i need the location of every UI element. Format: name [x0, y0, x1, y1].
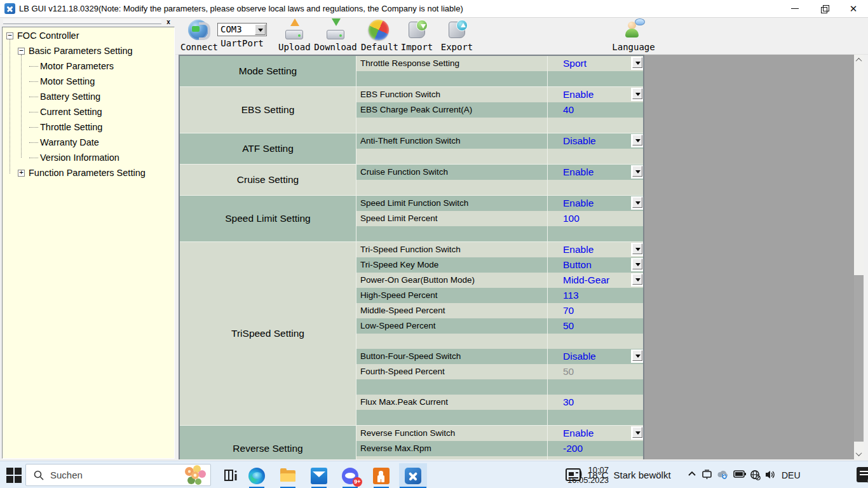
dropdown-button[interactable]	[632, 88, 642, 99]
dropdown-button[interactable]	[632, 57, 642, 68]
dropdown-button[interactable]	[632, 274, 642, 285]
param-value[interactable]: Disable	[548, 133, 643, 149]
connect-button[interactable]: Connect	[180, 19, 216, 52]
param-value	[548, 118, 643, 133]
spacer-row	[356, 334, 643, 349]
tree-connector-stub	[29, 142, 38, 143]
taskbar-app-touch[interactable]	[367, 463, 395, 488]
battery-icon[interactable]	[733, 470, 746, 478]
tree-item-warranty-date[interactable]: Warranty Date	[3, 135, 174, 150]
param-value[interactable]: -200	[548, 441, 643, 456]
tree-item-throttle-setting[interactable]: Throttle Setting	[3, 119, 174, 135]
tree-item-version-information[interactable]: Version Information	[3, 150, 174, 165]
section-ebs-setting: EBS SettingEBS Function SwitchEnableEBS …	[180, 87, 643, 133]
display-sync-icon[interactable]	[702, 470, 712, 480]
sidebar-tree: −FOC Controller−Basic Parameters Setting…	[3, 28, 174, 180]
tree-item-motor-setting[interactable]: Motor Setting	[3, 74, 174, 89]
param-value[interactable]: Enable	[548, 165, 643, 180]
dropdown-button[interactable]	[632, 427, 642, 438]
restore-button[interactable]	[810, 0, 839, 18]
volume-icon[interactable]	[765, 470, 776, 480]
section-reverse-setting: Reverse SettingReverse Function SwitchEn…	[180, 426, 643, 459]
param-value[interactable]: Button	[548, 257, 643, 273]
tree-item-function-parameters-setting[interactable]: +Function Parameters Setting	[3, 165, 174, 180]
download-button[interactable]: Download	[314, 19, 357, 52]
com-port-dropdown-button[interactable]	[255, 24, 266, 35]
export-button[interactable]: Export	[440, 19, 473, 52]
scroll-up-button[interactable]	[854, 55, 864, 65]
tree-item-battery-setting[interactable]: Battery Setting	[3, 89, 174, 104]
keyboard-language[interactable]: DEU	[782, 461, 801, 488]
window-controls: ✕	[780, 0, 868, 18]
param-value[interactable]: Enable	[548, 426, 643, 441]
upload-icon	[284, 20, 304, 40]
expand-icon[interactable]: +	[18, 170, 25, 177]
param-value	[548, 180, 643, 195]
import-button[interactable]: Import	[400, 19, 433, 52]
tree-item-basic-parameters-setting[interactable]: −Basic Parameters Setting	[3, 43, 174, 58]
notification-center-button[interactable]: 1	[857, 467, 868, 482]
news-widget-icon	[566, 468, 582, 482]
dropdown-button[interactable]	[632, 259, 642, 269]
upload-button[interactable]: Upload	[278, 19, 310, 52]
tray-expand-chevron[interactable]	[688, 470, 696, 478]
network-globe-icon[interactable]	[750, 470, 761, 480]
param-value[interactable]: Enable	[548, 196, 643, 211]
onedrive-sync-icon[interactable]	[717, 470, 729, 480]
taskbar-app-lbgui-active[interactable]	[399, 463, 427, 488]
tree-connector-stub	[29, 66, 38, 67]
dropdown-button[interactable]	[632, 350, 642, 361]
section-label: ATF Setting	[180, 133, 356, 164]
taskbar-app-edge[interactable]	[243, 463, 271, 488]
param-value[interactable]: Sport	[548, 56, 643, 71]
param-value[interactable]: Midd-Gear	[548, 273, 643, 288]
param-value[interactable]: 100	[548, 211, 643, 226]
tree-item-motor-parameters[interactable]: Motor Parameters	[3, 58, 174, 74]
close-button[interactable]: ✕	[839, 0, 868, 18]
tree-item-current-setting[interactable]: Current Setting	[3, 104, 174, 119]
taskbar-app-explorer[interactable]	[274, 463, 302, 488]
param-value[interactable]: Enable	[548, 87, 643, 102]
default-button[interactable]: Default	[361, 19, 397, 52]
param-label: Throttle Response Setting	[356, 56, 548, 71]
panel-close-button[interactable]: x	[163, 18, 173, 27]
tree-item-label: Warranty Date	[40, 137, 99, 147]
edge-icon	[248, 468, 265, 484]
panel-gripper[interactable]	[3, 20, 161, 24]
dropdown-button[interactable]	[632, 243, 642, 254]
section-trispeed-setting: TriSpeed SettingTri-Speed Function Switc…	[180, 242, 643, 426]
language-button[interactable]: Language	[612, 19, 655, 52]
vertical-scrollbar[interactable]	[854, 55, 864, 459]
search-box[interactable]	[25, 464, 211, 486]
param-value[interactable]: 50	[548, 364, 643, 379]
scroll-down-button[interactable]	[854, 449, 864, 459]
param-label: Anti-Theft Function Switch	[356, 133, 548, 149]
minimize-button[interactable]	[780, 0, 810, 18]
dropdown-button[interactable]	[632, 135, 642, 146]
param-value[interactable]: Disable	[548, 349, 643, 364]
tree-item-foc-controller[interactable]: −FOC Controller	[3, 28, 174, 43]
section-rows: Anti-Theft Function SwitchDisable	[356, 133, 643, 164]
dropdown-button[interactable]	[632, 166, 642, 177]
scrollbar-thumb[interactable]	[854, 275, 864, 442]
param-value[interactable]: 40	[548, 102, 643, 118]
dropdown-button[interactable]	[632, 197, 642, 208]
param-value[interactable]: 50	[548, 318, 643, 334]
chevron-up-icon	[856, 58, 862, 64]
param-value[interactable]: 113	[548, 288, 643, 303]
param-value[interactable]: Enable	[548, 242, 643, 257]
param-value[interactable]: 70	[548, 303, 643, 318]
taskbar-app-mail[interactable]	[305, 463, 333, 488]
weather-widget[interactable]: 18°C Stark bewölkt	[566, 461, 671, 488]
search-input[interactable]	[50, 470, 181, 480]
collapse-icon[interactable]: −	[18, 48, 25, 55]
weather-desc: Stark bewölkt	[614, 470, 671, 480]
com-port-select[interactable]: COM3	[217, 23, 267, 36]
param-row-fourth-speed-percent: Fourth-Speed Percent50	[356, 364, 643, 379]
collapse-icon[interactable]: −	[6, 32, 13, 39]
weather-temp: 18°C	[587, 470, 609, 480]
start-button[interactable]	[6, 468, 22, 483]
taskbar-app-discord[interactable]: 9+	[336, 463, 364, 488]
task-view-button[interactable]	[224, 468, 239, 483]
param-value[interactable]: 30	[548, 395, 643, 410]
